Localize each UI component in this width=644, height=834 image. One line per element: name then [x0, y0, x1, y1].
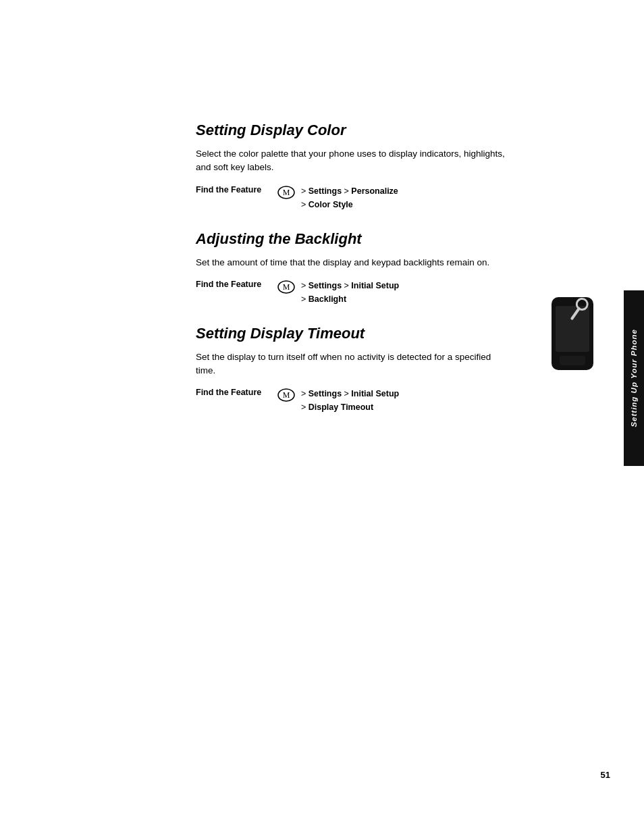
sidebar-tab: Setting Up Your Phone — [624, 290, 644, 466]
menu-path-display-color-settings: Settings — [308, 186, 342, 196]
section-body-display-color: Select the color palette that your phone… — [196, 147, 513, 175]
section-title-display-color: Setting Display Color — [196, 122, 513, 139]
section-backlight: Adjusting the Backlight Set the amount o… — [196, 230, 513, 306]
phone-illustration-container — [546, 294, 610, 392]
menu-path-display-color: > Settings > Personalize > Color Style — [301, 184, 398, 211]
menu-path-backlight-settings: Settings — [308, 281, 342, 290]
menu-path-display-timeout-timeout: Display Timeout — [308, 402, 373, 412]
menu-path-display-color-line1-prefix: > — [301, 186, 308, 196]
sidebar-label: Setting Up Your Phone — [630, 329, 638, 427]
page: Setting Display Color Select the color p… — [0, 0, 644, 834]
find-label-backlight: Find the Feature — [196, 279, 277, 289]
menu-path-display-timeout-gt2: > — [342, 389, 351, 398]
find-label-display-timeout: Find the Feature — [196, 387, 277, 397]
menu-path-display-timeout-gt3: > — [301, 402, 308, 412]
find-label-display-color: Find the Feature — [196, 184, 277, 194]
main-content: Setting Display Color Select the color p… — [0, 0, 554, 834]
svg-text:M: M — [283, 188, 290, 197]
page-number: 51 — [601, 770, 610, 780]
menu-path-backlight-gt2: > — [342, 281, 351, 290]
menu-path-backlight-initialsetup: Initial Setup — [351, 281, 399, 290]
menu-path-backlight: > Settings > Initial Setup > Backlight — [301, 279, 399, 306]
svg-text:M: M — [283, 390, 290, 400]
section-body-backlight: Set the amount of time that the display … — [196, 256, 513, 269]
menu-path-backlight-gt3: > — [301, 294, 308, 304]
section-display-color: Setting Display Color Select the color p… — [196, 122, 513, 211]
menu-path-display-timeout-settings: Settings — [308, 389, 342, 398]
menu-path-display-color-gt1: > — [342, 186, 351, 196]
find-feature-row-display-timeout: Find the Feature M > Settings > Initial … — [196, 387, 513, 414]
section-body-display-timeout: Set the display to turn itself off when … — [196, 350, 513, 378]
phone-graphic — [546, 294, 610, 392]
find-feature-row-display-color: Find the Feature M > Settings > Personal… — [196, 184, 513, 211]
menu-path-display-color-personalize: Personalize — [351, 186, 398, 196]
svg-rect-7 — [556, 306, 589, 352]
menu-path-backlight-backlight: Backlight — [308, 294, 346, 304]
section-display-timeout: Setting Display Timeout Set the display … — [196, 325, 513, 415]
menu-path-display-color-colorstyle: Color Style — [308, 200, 353, 209]
section-title-backlight: Adjusting the Backlight — [196, 230, 513, 248]
menu-icon-backlight: M — [277, 280, 296, 294]
find-feature-row-backlight: Find the Feature M > Settings > Initial … — [196, 279, 513, 306]
svg-rect-8 — [560, 356, 585, 365]
menu-path-display-timeout-initialsetup: Initial Setup — [351, 389, 399, 398]
svg-text:M: M — [283, 282, 290, 292]
menu-icon-display-color: M — [277, 185, 296, 200]
menu-path-display-color-gt2: > — [301, 200, 308, 209]
menu-path-display-timeout: > Settings > Initial Setup > Display Tim… — [301, 387, 399, 414]
menu-icon-display-timeout: M — [277, 388, 296, 402]
menu-path-backlight-gt1: > — [301, 281, 308, 290]
menu-path-display-timeout-gt1: > — [301, 389, 308, 398]
section-title-display-timeout: Setting Display Timeout — [196, 325, 513, 342]
